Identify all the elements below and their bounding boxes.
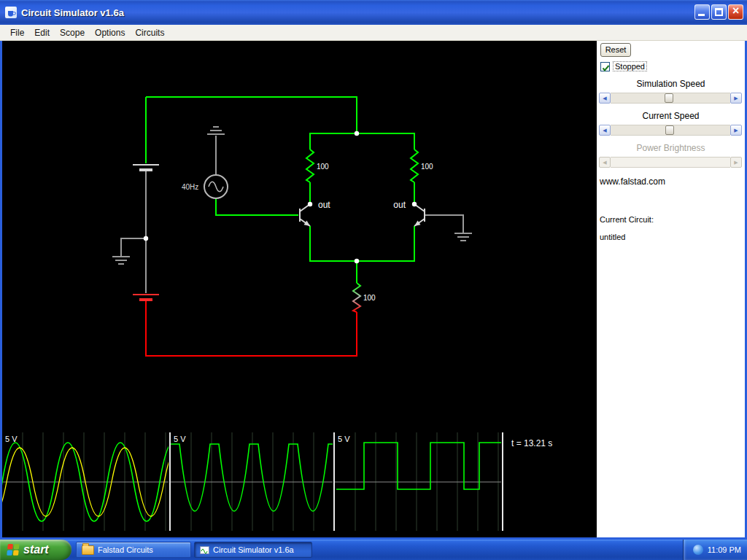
power-brightness-label: Power Brightness: [597, 143, 745, 153]
menu-bar: File Edit Scope Options Circuits: [0, 25, 747, 41]
scope-panel-input[interactable]: 5 V: [2, 432, 169, 531]
close-button[interactable]: [728, 4, 743, 20]
system-tray: 11:09 PM: [683, 540, 747, 560]
circuit-canvas[interactable]: 40Hz 100 100 100: [2, 41, 597, 537]
scroll-left-arrow-icon: [599, 157, 611, 168]
ac-frequency-label: 40Hz: [182, 183, 198, 191]
out-label-right: out: [393, 200, 406, 210]
transistor-left[interactable]: [300, 204, 310, 226]
stopped-checkbox[interactable]: [600, 62, 610, 71]
scroll-right-arrow-icon: [730, 157, 742, 168]
current-speed-label: Current Speed: [597, 111, 745, 121]
current-circuit-label: Current Circuit:: [600, 215, 654, 224]
scope-separator: [502, 432, 503, 531]
scrollbar-thumb[interactable]: [665, 93, 673, 103]
start-button[interactable]: start: [0, 540, 71, 560]
scroll-right-arrow-icon[interactable]: [730, 93, 742, 104]
scope2-volt-label: 5 V: [174, 435, 186, 443]
current-speed-scrollbar[interactable]: [599, 125, 742, 136]
simulation-speed-label: Simulation Speed: [597, 79, 745, 89]
stopped-checkbox-row[interactable]: Stopped: [600, 61, 647, 71]
simulation-time: t = 13.21 s: [511, 438, 552, 448]
menu-options[interactable]: Options: [90, 26, 131, 39]
simulation-speed-scrollbar[interactable]: [599, 93, 742, 104]
scrollbar-track: [611, 157, 730, 168]
scrollbar-track[interactable]: [611, 125, 730, 136]
check-icon: [601, 63, 611, 73]
wires-negative[interactable]: [146, 301, 357, 356]
ground-left-icon[interactable]: [112, 257, 130, 264]
resistor-tail-value: 100: [363, 294, 376, 302]
tray-status-icon[interactable]: [693, 545, 703, 555]
scrollbar-track[interactable]: [611, 93, 730, 104]
waveform-clipped-sine: [171, 444, 333, 511]
scope3-volt-label: 5 V: [338, 435, 350, 443]
folder-icon: [82, 545, 94, 555]
scope-panel-out-right[interactable]: 5 V: [335, 432, 501, 531]
scope1-volt-label: 5 V: [5, 435, 18, 443]
website-link: www.falstad.com: [600, 176, 665, 187]
menu-edit[interactable]: Edit: [30, 26, 55, 39]
resistor-tail[interactable]: 100: [353, 283, 376, 312]
screen: Circuit Simulator v1.6a File Edit Scope …: [0, 0, 747, 560]
taskbar-item-falstad-circuits[interactable]: Falstad Circuits: [76, 542, 191, 558]
scroll-left-arrow-icon[interactable]: [599, 93, 611, 104]
taskbar-clock[interactable]: 11:09 PM: [708, 545, 741, 554]
menu-circuits[interactable]: Circuits: [131, 26, 170, 39]
ground-ac-icon[interactable]: [207, 127, 225, 134]
current-circuit-name: untitled: [600, 233, 625, 241]
transistor-right[interactable]: [414, 204, 425, 226]
app-icon: [5, 7, 17, 18]
window-titlebar[interactable]: Circuit Simulator v1.6a: [0, 0, 747, 25]
taskbar-item-circuit-simulator[interactable]: Circuit Simulator v1.6a: [194, 542, 312, 558]
scroll-right-arrow-icon[interactable]: [730, 125, 742, 136]
minimize-button[interactable]: [694, 4, 710, 20]
task-label: Falstad Circuits: [98, 545, 153, 554]
circuit-simulator-icon: [200, 546, 209, 554]
taskbar: start Falstad Circuits Circuit Simulator…: [0, 540, 747, 560]
ground-right-icon[interactable]: [454, 233, 472, 241]
stopped-label[interactable]: Stopped: [613, 61, 647, 71]
circuit-drawing[interactable]: 40Hz 100 100 100: [2, 41, 597, 432]
task-label: Circuit Simulator v1.6a: [213, 545, 294, 554]
start-label: start: [23, 543, 49, 556]
window-body: 40Hz 100 100 100: [0, 41, 747, 540]
voltage-source-bottom[interactable]: [133, 295, 159, 300]
reset-button[interactable]: Reset: [600, 43, 631, 57]
ac-source[interactable]: 40Hz: [182, 175, 228, 198]
voltage-source-top[interactable]: [133, 165, 159, 170]
scroll-left-arrow-icon[interactable]: [599, 125, 611, 136]
maximize-button[interactable]: [711, 4, 727, 20]
menu-scope[interactable]: Scope: [55, 26, 90, 39]
menu-file[interactable]: File: [6, 26, 30, 39]
control-panel: Reset Stopped Simulation Speed Current S…: [597, 41, 745, 537]
power-brightness-scrollbar: [599, 157, 742, 168]
resistor-right-value: 100: [421, 163, 433, 171]
windows-flag-icon: [6, 543, 20, 556]
scope-panel-out-left[interactable]: 5 V: [171, 432, 333, 531]
resistor-left-value: 100: [317, 163, 329, 171]
node-dots: [144, 131, 417, 263]
scrollbar-thumb[interactable]: [665, 125, 674, 135]
resistor-right[interactable]: 100: [411, 149, 433, 182]
window-title: Circuit Simulator v1.6a: [21, 7, 124, 18]
resistor-left[interactable]: 100: [306, 149, 329, 182]
out-label-left: out: [318, 200, 330, 210]
